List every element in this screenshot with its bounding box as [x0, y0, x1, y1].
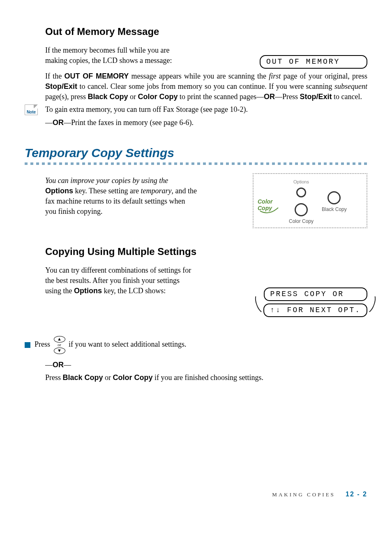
t: if you want to select additional setting… [69, 340, 186, 348]
t: if you are finished choosing settings. [153, 373, 263, 382]
t: to cancel. Clear some jobs from memory s… [77, 82, 334, 90]
t: OR [264, 93, 275, 101]
t: or [58, 343, 61, 347]
black-copy-label: Black Copy [322, 206, 347, 213]
t: Black Copy [63, 373, 103, 382]
t: page of your original, press [281, 72, 367, 80]
lcd-cycle: PRESS COPY OR ↑↓ FOR NEXT OPT. [263, 287, 367, 317]
svg-text:Copy: Copy [258, 205, 272, 211]
t: OR [53, 118, 64, 127]
press-text: Press ▲ or ▼ if you want to select addit… [35, 336, 186, 354]
multi-row: You can try different combinations of se… [45, 263, 367, 317]
options-panel: Color Copy Options Color Copy Black Copy [253, 173, 367, 228]
heading-multiple-settings: Copying Using Multiple Settings [45, 245, 367, 259]
t: ↑↓ FOR NEXT OPT. [270, 306, 361, 314]
t: Stop/Exit [300, 93, 332, 101]
final-line: Press Black Copy or Color Copy if you ar… [45, 373, 367, 383]
t: Options [74, 287, 102, 295]
t: Options [45, 187, 73, 195]
t: OUT OF MEMORY [65, 72, 129, 80]
t: to cancel. [332, 93, 362, 101]
footer-page: 12 - 2 [346, 491, 367, 498]
t: —Print the faxes in memory (see page 6-6… [64, 118, 194, 127]
lcd-out-of-memory: OUT OF MEMORY [260, 55, 367, 69]
t: You can improve your copies by using the [45, 176, 168, 185]
temp-intro: You can improve your copies by using the… [45, 176, 197, 217]
t: key. These setting are [73, 187, 141, 195]
t: Color Copy [113, 373, 153, 382]
t: temporary [141, 187, 171, 195]
temp-settings-row: You can improve your copies by using the… [45, 173, 367, 228]
lcd-line2: ↑↓ FOR NEXT OPT. [263, 303, 367, 317]
updown-icon: ▲ or ▼ [54, 336, 65, 354]
divider [25, 162, 367, 165]
section-title-temp-copy: Temporary Copy Settings [25, 144, 367, 162]
t: key, the LCD shows: [102, 287, 166, 295]
note-line2: —OR—Print the faxes in memory (see page … [45, 118, 367, 128]
note-label: Note [27, 110, 36, 115]
or-line: —OR— [45, 360, 367, 370]
heading-out-of-memory: Out of Memory Message [45, 25, 367, 39]
color-copy-logo: Color Copy [258, 198, 281, 214]
black-copy-button-icon [327, 191, 341, 204]
color-copy-label: Color Copy [289, 218, 314, 225]
t: to print the scanned pages— [178, 93, 264, 101]
t: or [103, 373, 113, 382]
t: —Press [275, 93, 300, 101]
black-copy-group: Black Copy [322, 191, 347, 213]
page-footer: MAKING COPIES 12 - 2 [25, 490, 367, 499]
color-copy-button-icon [295, 203, 308, 216]
t: — [45, 118, 53, 127]
options-button-group: Options Color Copy [289, 179, 314, 225]
oom-paragraph: If the OUT OF MEMORY message appears whi… [45, 71, 367, 102]
t: or [128, 93, 138, 101]
svg-text:Color: Color [258, 198, 273, 205]
note-icon: Note [25, 104, 38, 115]
options-button-icon [296, 188, 306, 197]
oom-intro: If the memory becomes full while you are… [45, 45, 193, 66]
t: Color Copy [138, 93, 178, 101]
footer-chapter: MAKING COPIES [272, 491, 335, 498]
options-label: Options [293, 179, 309, 185]
intro-row: If the memory becomes full while you are… [45, 43, 367, 69]
multi-intro: You can try different combinations of se… [45, 265, 193, 297]
t: subsequent [334, 82, 367, 90]
bullet-press-row: Press ▲ or ▼ if you want to select addit… [25, 336, 367, 354]
t: page(s), press [45, 93, 88, 101]
note-line1: To gain extra memory, you can turn off F… [45, 104, 367, 115]
t: Black Copy [88, 93, 128, 101]
t: If the [45, 72, 65, 80]
t: Press [45, 373, 63, 382]
t: Stop/Exit [45, 82, 77, 90]
t: message appears while you are scanning t… [129, 72, 269, 80]
bullet-icon [25, 342, 30, 348]
t: Press [35, 340, 52, 348]
lcd-line1: PRESS COPY OR [264, 287, 367, 301]
t: first [269, 72, 281, 80]
